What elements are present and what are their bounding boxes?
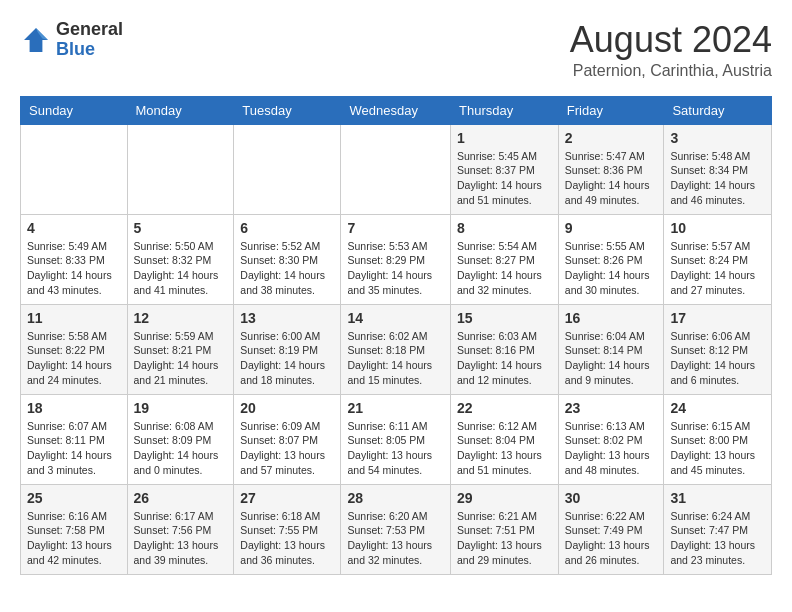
day-info: Sunrise: 5:50 AMSunset: 8:32 PMDaylight:… [134, 239, 228, 298]
calendar-week-row: 1Sunrise: 5:45 AMSunset: 8:37 PMDaylight… [21, 124, 772, 214]
calendar-cell: 6Sunrise: 5:52 AMSunset: 8:30 PMDaylight… [234, 214, 341, 304]
calendar-cell: 23Sunrise: 6:13 AMSunset: 8:02 PMDayligh… [558, 394, 664, 484]
svg-marker-0 [24, 28, 48, 52]
day-number: 9 [565, 220, 658, 236]
day-number: 10 [670, 220, 765, 236]
day-number: 3 [670, 130, 765, 146]
day-info: Sunrise: 6:02 AMSunset: 8:18 PMDaylight:… [347, 329, 444, 388]
title-block: August 2024 Paternion, Carinthia, Austri… [570, 20, 772, 80]
weekday-header-friday: Friday [558, 96, 664, 124]
calendar-cell: 9Sunrise: 5:55 AMSunset: 8:26 PMDaylight… [558, 214, 664, 304]
day-info: Sunrise: 6:15 AMSunset: 8:00 PMDaylight:… [670, 419, 765, 478]
calendar-cell: 11Sunrise: 5:58 AMSunset: 8:22 PMDayligh… [21, 304, 128, 394]
calendar-cell [341, 124, 451, 214]
day-info: Sunrise: 5:57 AMSunset: 8:24 PMDaylight:… [670, 239, 765, 298]
weekday-header-row: SundayMondayTuesdayWednesdayThursdayFrid… [21, 96, 772, 124]
calendar-cell [234, 124, 341, 214]
calendar-cell: 14Sunrise: 6:02 AMSunset: 8:18 PMDayligh… [341, 304, 451, 394]
calendar-cell: 13Sunrise: 6:00 AMSunset: 8:19 PMDayligh… [234, 304, 341, 394]
day-number: 5 [134, 220, 228, 236]
day-number: 17 [670, 310, 765, 326]
day-info: Sunrise: 6:12 AMSunset: 8:04 PMDaylight:… [457, 419, 552, 478]
calendar-cell: 19Sunrise: 6:08 AMSunset: 8:09 PMDayligh… [127, 394, 234, 484]
day-info: Sunrise: 5:55 AMSunset: 8:26 PMDaylight:… [565, 239, 658, 298]
day-number: 20 [240, 400, 334, 416]
day-info: Sunrise: 5:53 AMSunset: 8:29 PMDaylight:… [347, 239, 444, 298]
calendar-cell: 16Sunrise: 6:04 AMSunset: 8:14 PMDayligh… [558, 304, 664, 394]
day-info: Sunrise: 6:03 AMSunset: 8:16 PMDaylight:… [457, 329, 552, 388]
calendar-cell: 2Sunrise: 5:47 AMSunset: 8:36 PMDaylight… [558, 124, 664, 214]
calendar-cell: 28Sunrise: 6:20 AMSunset: 7:53 PMDayligh… [341, 484, 451, 574]
day-number: 19 [134, 400, 228, 416]
weekday-header-sunday: Sunday [21, 96, 128, 124]
day-number: 18 [27, 400, 121, 416]
calendar-cell: 22Sunrise: 6:12 AMSunset: 8:04 PMDayligh… [451, 394, 559, 484]
day-info: Sunrise: 6:04 AMSunset: 8:14 PMDaylight:… [565, 329, 658, 388]
day-info: Sunrise: 5:47 AMSunset: 8:36 PMDaylight:… [565, 149, 658, 208]
weekday-header-wednesday: Wednesday [341, 96, 451, 124]
weekday-header-monday: Monday [127, 96, 234, 124]
day-number: 8 [457, 220, 552, 236]
day-number: 28 [347, 490, 444, 506]
day-number: 29 [457, 490, 552, 506]
day-number: 27 [240, 490, 334, 506]
day-info: Sunrise: 6:22 AMSunset: 7:49 PMDaylight:… [565, 509, 658, 568]
day-info: Sunrise: 6:13 AMSunset: 8:02 PMDaylight:… [565, 419, 658, 478]
day-info: Sunrise: 5:45 AMSunset: 8:37 PMDaylight:… [457, 149, 552, 208]
day-info: Sunrise: 5:58 AMSunset: 8:22 PMDaylight:… [27, 329, 121, 388]
weekday-header-tuesday: Tuesday [234, 96, 341, 124]
logo: General Blue [20, 20, 123, 60]
day-number: 21 [347, 400, 444, 416]
day-info: Sunrise: 6:18 AMSunset: 7:55 PMDaylight:… [240, 509, 334, 568]
calendar-cell: 31Sunrise: 6:24 AMSunset: 7:47 PMDayligh… [664, 484, 772, 574]
calendar-cell: 27Sunrise: 6:18 AMSunset: 7:55 PMDayligh… [234, 484, 341, 574]
day-info: Sunrise: 6:17 AMSunset: 7:56 PMDaylight:… [134, 509, 228, 568]
calendar-cell: 26Sunrise: 6:17 AMSunset: 7:56 PMDayligh… [127, 484, 234, 574]
day-info: Sunrise: 6:07 AMSunset: 8:11 PMDaylight:… [27, 419, 121, 478]
day-number: 12 [134, 310, 228, 326]
calendar-cell: 24Sunrise: 6:15 AMSunset: 8:00 PMDayligh… [664, 394, 772, 484]
day-info: Sunrise: 6:11 AMSunset: 8:05 PMDaylight:… [347, 419, 444, 478]
day-info: Sunrise: 6:21 AMSunset: 7:51 PMDaylight:… [457, 509, 552, 568]
day-number: 22 [457, 400, 552, 416]
calendar-cell: 21Sunrise: 6:11 AMSunset: 8:05 PMDayligh… [341, 394, 451, 484]
calendar-cell: 18Sunrise: 6:07 AMSunset: 8:11 PMDayligh… [21, 394, 128, 484]
calendar-cell: 17Sunrise: 6:06 AMSunset: 8:12 PMDayligh… [664, 304, 772, 394]
calendar-cell [21, 124, 128, 214]
day-info: Sunrise: 6:06 AMSunset: 8:12 PMDaylight:… [670, 329, 765, 388]
day-number: 13 [240, 310, 334, 326]
calendar-cell: 3Sunrise: 5:48 AMSunset: 8:34 PMDaylight… [664, 124, 772, 214]
day-info: Sunrise: 5:59 AMSunset: 8:21 PMDaylight:… [134, 329, 228, 388]
calendar-cell: 25Sunrise: 6:16 AMSunset: 7:58 PMDayligh… [21, 484, 128, 574]
day-number: 30 [565, 490, 658, 506]
day-number: 24 [670, 400, 765, 416]
day-number: 4 [27, 220, 121, 236]
calendar-week-row: 11Sunrise: 5:58 AMSunset: 8:22 PMDayligh… [21, 304, 772, 394]
location: Paternion, Carinthia, Austria [570, 62, 772, 80]
day-info: Sunrise: 6:24 AMSunset: 7:47 PMDaylight:… [670, 509, 765, 568]
month-year: August 2024 [570, 20, 772, 60]
day-number: 11 [27, 310, 121, 326]
calendar-week-row: 4Sunrise: 5:49 AMSunset: 8:33 PMDaylight… [21, 214, 772, 304]
day-number: 23 [565, 400, 658, 416]
day-info: Sunrise: 6:16 AMSunset: 7:58 PMDaylight:… [27, 509, 121, 568]
logo-icon [20, 24, 52, 56]
calendar-cell [127, 124, 234, 214]
day-number: 1 [457, 130, 552, 146]
day-info: Sunrise: 6:09 AMSunset: 8:07 PMDaylight:… [240, 419, 334, 478]
calendar-cell: 1Sunrise: 5:45 AMSunset: 8:37 PMDaylight… [451, 124, 559, 214]
day-info: Sunrise: 6:00 AMSunset: 8:19 PMDaylight:… [240, 329, 334, 388]
day-number: 15 [457, 310, 552, 326]
calendar-cell: 4Sunrise: 5:49 AMSunset: 8:33 PMDaylight… [21, 214, 128, 304]
calendar-cell: 30Sunrise: 6:22 AMSunset: 7:49 PMDayligh… [558, 484, 664, 574]
day-info: Sunrise: 6:20 AMSunset: 7:53 PMDaylight:… [347, 509, 444, 568]
calendar-cell: 29Sunrise: 6:21 AMSunset: 7:51 PMDayligh… [451, 484, 559, 574]
weekday-header-saturday: Saturday [664, 96, 772, 124]
calendar-cell: 7Sunrise: 5:53 AMSunset: 8:29 PMDaylight… [341, 214, 451, 304]
calendar-cell: 20Sunrise: 6:09 AMSunset: 8:07 PMDayligh… [234, 394, 341, 484]
calendar-cell: 5Sunrise: 5:50 AMSunset: 8:32 PMDaylight… [127, 214, 234, 304]
day-info: Sunrise: 5:52 AMSunset: 8:30 PMDaylight:… [240, 239, 334, 298]
day-number: 14 [347, 310, 444, 326]
day-info: Sunrise: 5:54 AMSunset: 8:27 PMDaylight:… [457, 239, 552, 298]
calendar-cell: 8Sunrise: 5:54 AMSunset: 8:27 PMDaylight… [451, 214, 559, 304]
